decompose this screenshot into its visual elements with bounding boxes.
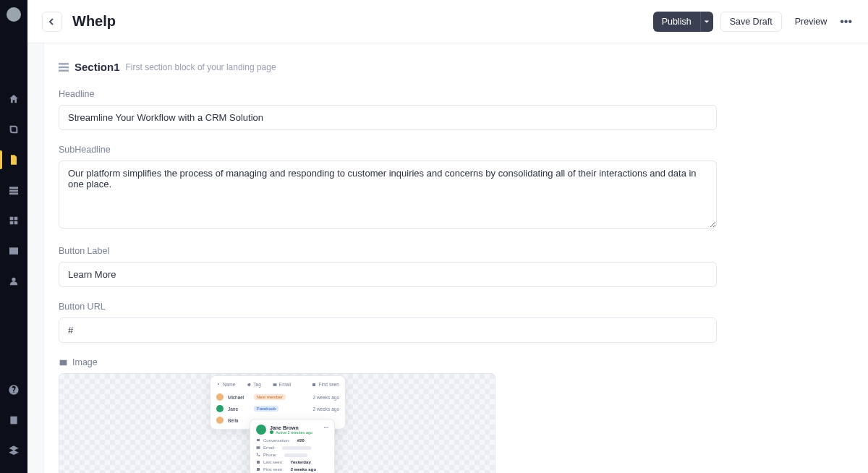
nav-help[interactable] [0, 376, 27, 404]
nav-blog[interactable] [0, 116, 27, 143]
top-bar: Whelp Publish Save Draft Preview ••• [27, 0, 868, 43]
svg-rect-1 [59, 66, 69, 67]
page-title: Whelp [72, 13, 116, 30]
nav-collections[interactable] [0, 176, 27, 204]
back-button[interactable] [42, 12, 62, 32]
more-menu[interactable]: ••• [840, 15, 852, 28]
section-header: Section1 First section block of your lan… [59, 61, 854, 73]
svg-rect-2 [59, 69, 69, 71]
section-desc: First section block of your landing page [126, 62, 276, 72]
subheadline-input[interactable]: Our platform simplifies the process of m… [59, 161, 717, 229]
nav-media[interactable] [0, 237, 27, 265]
left-rail [0, 0, 27, 473]
preview-contact-card: ••• Jane Brown Active 2 minutes ago Conv… [250, 419, 335, 473]
user-avatar[interactable] [7, 7, 21, 22]
image-well: Name Tag Email First seen MichaelNew mem… [59, 373, 495, 473]
svg-rect-0 [59, 63, 69, 64]
nav-stack[interactable] [0, 437, 27, 464]
headline-input[interactable] [59, 105, 717, 130]
nav-docs[interactable] [0, 406, 27, 434]
image-preview[interactable]: Name Tag Email First seen MichaelNew mem… [59, 373, 495, 473]
button-label-label: Button Label [59, 246, 717, 256]
button-label-input[interactable] [59, 262, 717, 287]
publish-button[interactable]: Publish [653, 12, 700, 32]
subheadline-label: SubHeadline [59, 145, 717, 155]
image-icon [59, 358, 68, 367]
preview-button[interactable]: Preview [786, 12, 835, 32]
button-url-input[interactable] [59, 318, 717, 343]
image-label: Image [59, 357, 717, 367]
nav-components[interactable] [0, 207, 27, 234]
headline-label: Headline [59, 89, 717, 99]
save-draft-button[interactable]: Save Draft [720, 12, 782, 32]
nav-pages[interactable] [0, 146, 27, 174]
nav-users[interactable] [0, 268, 27, 295]
editor-content: Section1 First section block of your lan… [43, 43, 868, 473]
drag-handle-icon[interactable] [59, 62, 69, 72]
button-url-label: Button URL [59, 302, 717, 312]
nav-home[interactable] [0, 85, 27, 113]
publish-dropdown[interactable] [700, 12, 713, 32]
section-title: Section1 [75, 61, 120, 73]
